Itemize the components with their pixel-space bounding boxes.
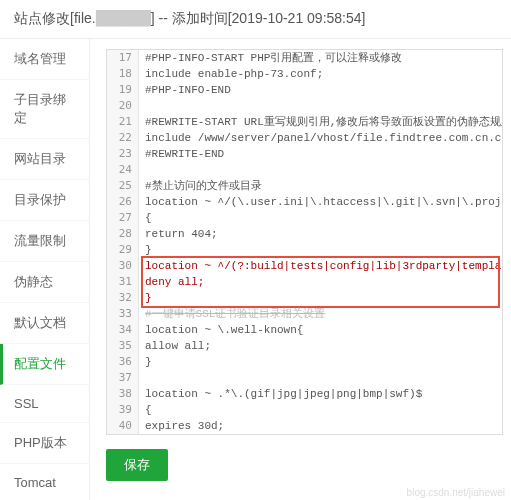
code-line[interactable]	[145, 98, 496, 114]
code-line[interactable]: location ~ ^/(\.user.ini|\.htaccess|\.gi…	[145, 194, 496, 210]
code-line[interactable]: location ~ .*\.(gif|jpg|jpeg|png|bmp|swf…	[145, 386, 496, 402]
config-editor[interactable]: 1718192021222324252627282930313233343536…	[106, 49, 503, 435]
page-title: 站点修改[file.▇▇▇▇▇] -- 添加时间[2019-10-21 09:5…	[0, 0, 511, 39]
title-prefix: 站点修改[file.	[14, 10, 96, 26]
line-number: 19	[107, 82, 138, 98]
line-number: 30	[107, 258, 138, 274]
line-number: 18	[107, 66, 138, 82]
line-number: 39	[107, 402, 138, 418]
line-number: 29	[107, 242, 138, 258]
container: 域名管理子目录绑定网站目录目录保护流量限制伪静态默认文档配置文件SSLPHP版本…	[0, 39, 511, 500]
sidebar-item-10[interactable]: Tomcat	[0, 464, 89, 500]
code-line[interactable]: location ~ \.well-known{	[145, 322, 496, 338]
line-number: 38	[107, 386, 138, 402]
line-number: 32	[107, 290, 138, 306]
sidebar-item-2[interactable]: 网站目录	[0, 139, 89, 180]
line-number: 27	[107, 210, 138, 226]
line-number: 36	[107, 354, 138, 370]
line-number: 22	[107, 130, 138, 146]
code-line[interactable]	[145, 370, 496, 386]
code-line[interactable]: }	[145, 242, 496, 258]
save-button[interactable]: 保存	[106, 449, 168, 481]
sidebar: 域名管理子目录绑定网站目录目录保护流量限制伪静态默认文档配置文件SSLPHP版本…	[0, 39, 90, 500]
code-body[interactable]: #PHP-INFO-START PHP引用配置，可以注释或修改include e…	[139, 50, 502, 434]
code-line[interactable]: #REWRITE-END	[145, 146, 496, 162]
line-number: 25	[107, 178, 138, 194]
code-line[interactable]: expires 30d;	[145, 418, 496, 434]
line-number: 37	[107, 370, 138, 386]
sidebar-item-8[interactable]: SSL	[0, 385, 89, 423]
line-number: 40	[107, 418, 138, 434]
line-number: 20	[107, 98, 138, 114]
code-line[interactable]: #PHP-INFO-START PHP引用配置，可以注释或修改	[145, 50, 496, 66]
title-redacted: ▇▇▇▇▇	[96, 10, 151, 26]
line-number: 28	[107, 226, 138, 242]
line-number: 35	[107, 338, 138, 354]
sidebar-item-0[interactable]: 域名管理	[0, 39, 89, 80]
code-line[interactable]: include enable-php-73.conf;	[145, 66, 496, 82]
code-line[interactable]: location ~ ^/(?:build|tests|config|lib|3…	[145, 258, 496, 274]
line-number: 24	[107, 162, 138, 178]
code-line[interactable]: #禁止访问的文件或目录	[145, 178, 496, 194]
code-line[interactable]: return 404;	[145, 226, 496, 242]
line-number: 26	[107, 194, 138, 210]
line-number: 33	[107, 306, 138, 322]
code-line[interactable]: allow all;	[145, 338, 496, 354]
line-number: 34	[107, 322, 138, 338]
code-line[interactable]: #REWRITE-START URL重写规则引用,修改后将导致面板设置的伪静态规…	[145, 114, 496, 130]
code-line[interactable]: include /www/server/panel/vhost/file.fin…	[145, 130, 496, 146]
line-number: 23	[107, 146, 138, 162]
sidebar-item-5[interactable]: 伪静态	[0, 262, 89, 303]
line-number: 17	[107, 50, 138, 66]
sidebar-item-4[interactable]: 流量限制	[0, 221, 89, 262]
code-line[interactable]: deny all;	[145, 274, 496, 290]
sidebar-item-9[interactable]: PHP版本	[0, 423, 89, 464]
code-line[interactable]: #PHP-INFO-END	[145, 82, 496, 98]
code-line[interactable]: }	[145, 290, 496, 306]
main-panel: 1718192021222324252627282930313233343536…	[90, 39, 511, 500]
code-line[interactable]: {	[145, 402, 496, 418]
sidebar-item-6[interactable]: 默认文档	[0, 303, 89, 344]
title-suffix: ] -- 添加时间[2019-10-21 09:58:54]	[151, 10, 366, 26]
line-number: 21	[107, 114, 138, 130]
watermark: blog.csdn.net/jiahewei	[407, 487, 505, 498]
line-number: 31	[107, 274, 138, 290]
sidebar-item-7[interactable]: 配置文件	[0, 344, 89, 385]
line-gutter: 1718192021222324252627282930313233343536…	[107, 50, 139, 434]
code-line[interactable]: {	[145, 210, 496, 226]
sidebar-item-3[interactable]: 目录保护	[0, 180, 89, 221]
code-line[interactable]: }	[145, 354, 496, 370]
code-line[interactable]: #一键申请SSL证书验证目录相关设置	[145, 306, 496, 322]
sidebar-item-1[interactable]: 子目录绑定	[0, 80, 89, 139]
code-line[interactable]	[145, 162, 496, 178]
